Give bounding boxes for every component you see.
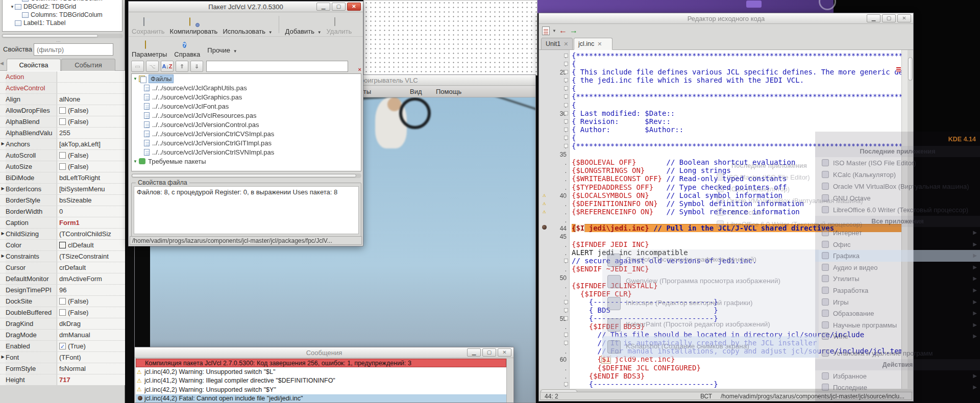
- remove-button[interactable]: Удалить: [327, 18, 352, 35]
- property-value[interactable]: 717: [57, 374, 125, 385]
- message-row[interactable]: ⚠jcl.inc(40,2) Warning: Unsupported swit…: [136, 367, 506, 376]
- property-row[interactable]: DragKinddkDrag: [0, 318, 125, 330]
- expand-icon[interactable]: ▶: [0, 184, 6, 194]
- property-value[interactable]: [57, 83, 125, 93]
- menu-item[interactable]: Интернет▶: [815, 227, 980, 239]
- message-row[interactable]: jcl.inc(44,2) Fatal: Cannot open include…: [136, 394, 506, 402]
- menu-item[interactable]: Аудио и видео▶: [815, 262, 980, 273]
- tab-unit1[interactable]: Unit1✕: [541, 38, 573, 50]
- property-row[interactable]: AutoScroll(False): [0, 150, 125, 161]
- property-row[interactable]: DoubleBuffered(False): [0, 307, 125, 318]
- fold-box-icon[interactable]: [564, 300, 568, 304]
- tree-file-item[interactable]: ../../source/vcl/JclGraphUtils.pas: [132, 83, 361, 92]
- options-button[interactable]: Параметры: [132, 41, 167, 58]
- expand-icon[interactable]: ▶: [0, 139, 6, 149]
- close-button[interactable]: ✕: [498, 348, 511, 357]
- minimize-button[interactable]: ▁: [467, 348, 481, 357]
- property-value[interactable]: bsSizeable: [57, 195, 125, 206]
- chevron-down-icon[interactable]: ▼: [132, 159, 139, 164]
- vlc-menu-help[interactable]: Помощь: [436, 88, 461, 95]
- property-row[interactable]: Enabled✓(True): [0, 341, 125, 352]
- property-row[interactable]: BiDiModebdLeftToRight: [0, 172, 125, 184]
- property-row[interactable]: AlignalNone: [0, 94, 125, 105]
- maximize-button[interactable]: ▢: [482, 348, 496, 357]
- property-row[interactable]: ▶Anchors[akTop,akLeft]: [0, 139, 125, 150]
- property-value[interactable]: (False): [57, 307, 125, 318]
- fold-box-icon[interactable]: [564, 316, 568, 320]
- tab-scroll-left-icon[interactable]: ◀: [0, 61, 4, 66]
- code-line[interactable]: .{: [540, 60, 901, 68]
- property-row[interactable]: ▶BorderIcons[biSystemMenu: [0, 184, 125, 195]
- checkbox[interactable]: [59, 152, 66, 159]
- property-value[interactable]: bdLeftToRight: [57, 172, 125, 183]
- fold-box-icon[interactable]: [564, 341, 568, 345]
- checkbox[interactable]: [59, 107, 66, 114]
- property-row[interactable]: ColorclDefault: [0, 240, 125, 251]
- tree-view-button[interactable]: ⌥: [146, 61, 159, 72]
- maximize-button[interactable]: ▢: [332, 3, 346, 11]
- fold-box-icon[interactable]: [564, 382, 568, 386]
- property-row[interactable]: ActiveControl: [0, 83, 125, 94]
- property-row[interactable]: ▶ChildSizing(TControlChildSiz: [0, 229, 125, 240]
- chevron-down-icon[interactable]: ▼: [132, 77, 139, 81]
- component-tree-item[interactable]: Label1: TLabel: [3, 19, 122, 27]
- message-row[interactable]: ⚠jcl.inc(41,2) Warning: Illegal compiler…: [136, 376, 506, 385]
- property-value[interactable]: [57, 71, 125, 82]
- property-value[interactable]: 255: [57, 128, 125, 138]
- messages-list[interactable]: Компиляция пакета JclVcl 2.7.0.5300: Код…: [136, 359, 506, 402]
- menu-item[interactable]: KCalc (Калькулятор): [815, 169, 980, 181]
- package-tree-scrollbar[interactable]: [131, 173, 361, 178]
- component-tree-item[interactable]: ▼DBGrid2: TDBGrid: [3, 3, 122, 11]
- menu-item[interactable]: Утилиты▶: [815, 273, 980, 285]
- checkbox[interactable]: ✓: [59, 343, 66, 349]
- property-value[interactable]: [akTop,akLeft]: [57, 139, 125, 149]
- property-value[interactable]: (False): [57, 150, 125, 161]
- menu-item[interactable]: Научные программы▶: [815, 319, 980, 331]
- property-value[interactable]: [biSystemMenu: [57, 184, 125, 194]
- property-row[interactable]: AlphaBlend(False): [0, 116, 125, 128]
- property-grid[interactable]: ActionActiveControlAlignalNoneAllowDropF…: [0, 71, 125, 385]
- property-value[interactable]: clDefault: [57, 240, 125, 250]
- expand-icon[interactable]: ▶: [0, 229, 6, 239]
- menu-item[interactable]: Последние▶: [815, 382, 980, 393]
- fold-box-icon[interactable]: [564, 78, 568, 82]
- code-line[interactable]: .{: [540, 84, 901, 92]
- menu-item[interactable]: Wine▶: [815, 331, 980, 342]
- code-line[interactable]: 30{ Last modified: $Date::: [540, 109, 901, 117]
- submenu-item[interactable]: KSnapshot (Создание снимков экрана): [602, 336, 819, 358]
- tree-file-item[interactable]: ../../source/vcl/JclVersionCtrlCVSImpl.p…: [132, 129, 361, 138]
- tree-file-item[interactable]: ../../source/vcl/JclVersionCtrlSVNImpl.p…: [132, 147, 361, 157]
- fold-box-icon[interactable]: [564, 119, 568, 123]
- property-row[interactable]: Height717: [0, 374, 125, 385]
- property-row[interactable]: CursorcrDefault: [0, 262, 125, 273]
- expand-icon[interactable]: ▶: [0, 352, 6, 363]
- property-row[interactable]: AllowDropFiles(False): [0, 105, 125, 116]
- property-row[interactable]: ▶Font(TFont): [0, 352, 125, 363]
- code-line[interactable]: .{ the jedi.inc file which is shared wit…: [540, 76, 901, 84]
- property-row[interactable]: BorderStylebsSizeable: [0, 195, 125, 206]
- minimize-button[interactable]: ▁: [316, 3, 330, 11]
- package-filter-input[interactable]: [206, 61, 348, 72]
- code-line[interactable]: .{: [540, 101, 901, 109]
- messages-scrollbar[interactable]: [506, 359, 512, 402]
- minimize-button[interactable]: ▁: [867, 14, 880, 22]
- save-button[interactable]: Сохранить: [132, 18, 165, 35]
- code-line[interactable]: .{**************************************…: [540, 92, 901, 100]
- move-up-button[interactable]: ⇑: [176, 61, 188, 72]
- tree-file-item[interactable]: ../../source/vcl/JclGraphics.pas: [132, 92, 361, 102]
- sort-alpha-button[interactable]: A↓Z: [161, 61, 174, 72]
- fold-box-icon[interactable]: [564, 54, 568, 58]
- menu-item[interactable]: LibreOffice 6.0 Writer (Текстовый процес…: [815, 204, 980, 216]
- chevron-down-icon[interactable]: ▼: [552, 29, 556, 33]
- menu-item[interactable]: Офис▶: [815, 239, 980, 250]
- use-button[interactable]: Использовать ▼: [223, 18, 272, 35]
- help-button[interactable]: ? Справка: [174, 41, 200, 58]
- tree-file-item[interactable]: ../../source/vcl/JclVersionCtrlGITImpl.p…: [132, 138, 361, 147]
- tree-file-item[interactable]: ../../source/vcl/JclFont.pas: [132, 102, 361, 111]
- property-value[interactable]: (False): [57, 105, 125, 116]
- close-button[interactable]: ✕: [897, 14, 911, 22]
- property-value[interactable]: dmActiveForm: [57, 273, 125, 284]
- menu-item[interactable]: Oracle VM VirtualBox (Виртуальная машина…: [815, 181, 980, 192]
- property-value[interactable]: Form1: [57, 217, 125, 228]
- property-row[interactable]: DesignTimePPI96: [0, 285, 125, 296]
